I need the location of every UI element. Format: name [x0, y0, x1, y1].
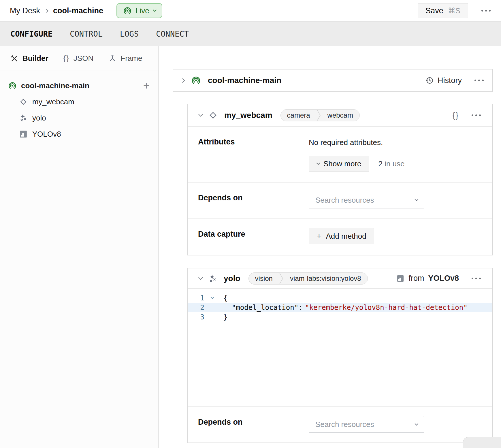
service-model-label: viam-labs:vision:yolov8	[284, 274, 368, 283]
tree-item-label: my_webcam	[32, 97, 74, 106]
search-resources-input[interactable]	[315, 196, 415, 205]
webcam-card-header: my_webcam camera webcam {}	[188, 104, 492, 127]
service-type-label: vision	[249, 274, 279, 283]
json-string-value: "keremberke/yolov8n-hard-hat-detection"	[305, 304, 468, 312]
line-number: 1	[188, 294, 204, 302]
history-label: History	[438, 76, 462, 85]
tab-control[interactable]: CONTROL	[70, 29, 103, 38]
tree-item-machine-part[interactable]: cool-machine-main +	[0, 78, 158, 94]
show-more-button[interactable]: Show more	[309, 156, 369, 172]
depends-on-label: Depends on	[198, 192, 309, 209]
depends-on-label: Depends on	[198, 416, 309, 433]
tab-logs[interactable]: LOGS	[120, 29, 139, 38]
edit-json-button[interactable]: {}	[452, 111, 459, 120]
webcam-overflow-menu[interactable]	[471, 113, 481, 118]
save-shortcut-hint: ⌘S	[448, 6, 460, 15]
add-resource-button[interactable]: +	[143, 80, 150, 91]
show-more-label: Show more	[323, 159, 361, 168]
collapse-chevron-icon[interactable]	[198, 275, 203, 280]
collapse-chevron-icon[interactable]	[198, 112, 203, 117]
save-button[interactable]: Save ⌘S	[418, 3, 468, 18]
live-broadcast-icon	[191, 76, 201, 85]
frame-icon	[108, 54, 116, 63]
tab-builder[interactable]: Builder	[10, 54, 48, 63]
machine-part-card: cool-machine-main History	[173, 69, 493, 92]
tree-item-label: yolo	[32, 114, 46, 123]
component-model-label: webcam	[321, 111, 359, 119]
yolo-service-card: yolo vision viam-labs:vision:yolov8	[187, 268, 493, 443]
config-main-panel: cool-machine-main History	[159, 46, 501, 448]
yolo-overflow-menu[interactable]	[471, 276, 481, 281]
camera-diamond-icon	[19, 97, 28, 106]
history-clock-icon	[425, 76, 434, 85]
code-line-2-highlighted: 2 "model_location":"keremberke/yolov8n-h…	[188, 303, 492, 312]
search-resources-input[interactable]	[315, 420, 415, 429]
module-icon	[396, 274, 404, 283]
machine-part-overflow-menu[interactable]	[474, 78, 484, 83]
breadcrumb-chevron-icon	[45, 9, 48, 13]
config-view-tabs: Builder {} JSON Frame	[0, 46, 158, 71]
machine-part-title: cool-machine-main	[208, 76, 281, 85]
plus-icon: +	[317, 232, 322, 240]
tab-connect[interactable]: CONNECT	[156, 29, 189, 38]
resource-tree: cool-machine-main + my_webcam	[0, 71, 158, 142]
bottom-right-widget-corner	[463, 437, 501, 448]
config-sidebar: Builder {} JSON Frame	[0, 46, 159, 448]
history-button[interactable]: History	[425, 76, 462, 85]
attributes-content: No required attributes. Show more 2 in u…	[309, 136, 482, 173]
component-type-label: camera	[281, 111, 317, 119]
tab-builder-label: Builder	[22, 54, 48, 63]
chevron-down-icon	[415, 422, 419, 426]
badge-divider-icon	[279, 272, 284, 285]
webcam-type-badge: camera webcam	[280, 109, 360, 121]
breadcrumb-machine-name: cool-machine	[53, 6, 103, 15]
machine-status-label: Live	[135, 6, 149, 15]
add-method-label: Add method	[326, 232, 366, 241]
webcam-component-card: my_webcam camera webcam {} Attributes No…	[187, 104, 493, 255]
machine-nav-tabs: CONFIGURE CONTROL LOGS CONNECT	[0, 22, 501, 46]
yolo-card-title: yolo	[224, 274, 240, 283]
data-capture-label: Data capture	[198, 228, 309, 246]
tree-item-my-webcam[interactable]: my_webcam	[0, 94, 158, 110]
tab-frame[interactable]: Frame	[108, 54, 142, 63]
json-key: "model_location":	[232, 304, 303, 312]
add-method-button[interactable]: + Add method	[309, 228, 374, 244]
depends-on-select[interactable]	[309, 192, 424, 208]
line-number: 2	[188, 304, 204, 312]
webcam-card-title: my_webcam	[224, 111, 272, 120]
top-bar: My Desk cool-machine Live Save ⌘S	[0, 0, 501, 22]
depends-on-select[interactable]	[309, 416, 424, 433]
yolo-card-header: yolo vision viam-labs:vision:yolov8	[188, 268, 492, 289]
attributes-note: No required attributes.	[309, 136, 482, 147]
attributes-json-editor[interactable]: 1 { 2 "model_location":"keremberke/yolov…	[188, 289, 492, 407]
machine-status-dropdown[interactable]: Live	[116, 3, 162, 18]
chevron-down-icon	[415, 197, 419, 201]
from-module-link[interactable]: from YOLOv8	[396, 274, 459, 283]
tree-item-yolo[interactable]: yolo	[0, 110, 158, 126]
collapse-chevron-icon[interactable]	[180, 78, 185, 83]
tab-json[interactable]: {} JSON	[63, 54, 94, 63]
machine-overflow-menu[interactable]	[481, 8, 491, 13]
tree-item-yolov8-module[interactable]: YOLOv8	[0, 126, 158, 142]
line-number: 3	[188, 313, 204, 321]
code-line-3: 3 }	[188, 312, 492, 322]
tree-item-label: cool-machine-main	[21, 81, 89, 90]
tree-connector-line	[173, 102, 173, 448]
depends-on-section: Depends on	[188, 407, 492, 443]
tab-configure[interactable]: CONFIGURE	[10, 29, 52, 38]
tab-frame-label: Frame	[120, 54, 142, 63]
tree-item-label: YOLOv8	[32, 130, 61, 139]
breadcrumb-root-link[interactable]: My Desk	[10, 6, 40, 15]
module-icon	[19, 130, 28, 138]
chevron-down-icon	[153, 8, 157, 12]
live-broadcast-icon	[8, 81, 17, 90]
from-module-name: YOLOv8	[428, 274, 459, 283]
from-label: from	[408, 274, 424, 283]
braces-icon: {}	[63, 54, 69, 63]
tools-icon	[10, 54, 18, 63]
fold-chevron-icon[interactable]	[204, 297, 219, 299]
attributes-section: Attributes No required attributes. Show …	[188, 127, 492, 182]
camera-diamond-icon	[208, 110, 218, 120]
save-label: Save	[425, 6, 443, 15]
chevron-down-icon	[317, 161, 320, 165]
